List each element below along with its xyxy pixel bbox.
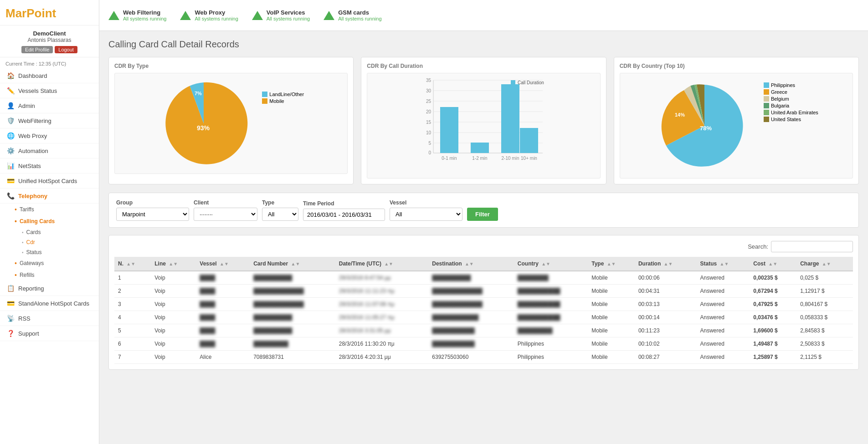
col-status[interactable]: Status ▲▼ [696,257,750,271]
sidebar-item-refills[interactable]: Refills [10,269,99,281]
table-cell: ██████████ [250,311,335,324]
search-label: Search: [748,243,768,250]
filter-type-label: Type [262,199,298,206]
sidebar-item-admin[interactable]: 👤 Admin [0,98,99,113]
current-time: Current Time : 12:35 (UTC) [0,57,99,68]
table-cell: ████████ [514,271,588,285]
sidebar-item-unified-hotspot-cards[interactable]: 💳 Unified HotSpot Cards [0,174,99,189]
filter-client-select[interactable]: ········ [194,208,257,221]
table-cell: ███████████ [514,285,588,298]
y-label-10: 10 [426,130,431,135]
bar-chart-svg: 35 30 25 20 15 [420,78,547,174]
sidebar-item-netstats[interactable]: 📊 NetStats [0,158,99,174]
col-card-number[interactable]: Card Number ▲▼ [250,257,335,271]
status-voip-services: VoIP Services All systems running [252,5,310,26]
col-datetime[interactable]: Date/Time (UTC) ▲▼ [335,257,429,271]
table-cell: █████████ [514,324,588,337]
col-n[interactable]: N. ▲▼ [114,257,151,271]
col-line[interactable]: Line ▲▼ [151,257,196,271]
web-filtering-title: Web Filtering [123,9,166,16]
filter-button[interactable]: Filter [467,208,498,221]
web-proxy-triangle-icon [180,11,191,20]
sidebar-item-cards[interactable]: Cards [17,227,99,237]
web-filtering-triangle-icon [108,11,119,20]
reporting-icon: 📋 [6,285,15,292]
table-row: 4Voip██████████████29/3/2016 11:05:27 πμ… [114,311,853,324]
table-cell: █████████████ [250,285,335,298]
table-cell: 0,058333 $ [796,311,853,324]
sidebar-item-telephony[interactable]: 📞 Telephony [0,189,99,204]
gateways-label: Gateways [20,260,44,266]
sidebar-item-label: RSS [18,315,31,322]
table-cell: 00:10:02 [635,337,697,351]
col-vessel[interactable]: Vessel ▲▼ [196,257,250,271]
table-cell: 00:00:06 [635,271,697,285]
filter-time-period-input[interactable] [303,209,385,221]
tariffs-label: Tariffs [20,206,34,213]
sidebar-item-web-proxy[interactable]: 🌐 Web Proxy [0,128,99,143]
sidebar-item-status[interactable]: Status [17,247,99,257]
gsm-title: GSM cards [338,9,381,16]
table-cell: 7089838731 [250,351,335,364]
table-cell: ██████████ [250,324,335,337]
voip-sub: All systems running [267,16,310,21]
sidebar-item-label: Unified HotSpot Cards [18,178,77,184]
table-row: 5Voip██████████████28/3/2016 3:31:05 μμ█… [114,324,853,337]
sidebar-item-calling-cards[interactable]: Calling Cards [10,215,99,227]
sidebar-item-dashboard[interactable]: 🏠 Dashboard [0,68,99,83]
legend-label-mobile: Mobile [269,98,284,104]
table-cell: 2 [114,285,151,298]
table-cell: ██████████ [250,271,335,285]
refills-label: Refills [20,272,35,278]
y-label-0: 0 [429,150,431,155]
legend-label-greece: Greece [771,89,787,95]
logout-button[interactable]: Logout [55,46,77,53]
table-cell: Voip [151,298,196,311]
cdr-label: Cdr [26,239,35,245]
col-charge[interactable]: Charge ▲▼ [796,257,853,271]
table-cell: Voip [151,324,196,337]
sidebar-item-cdr[interactable]: Cdr [17,237,99,247]
pie-segment-landline [165,82,247,164]
sidebar-item-reporting[interactable]: 📋 Reporting [0,281,99,296]
sidebar-item-vessels-status[interactable]: ✏️ Vessels Status [0,83,99,98]
filter-type-select[interactable]: All [262,208,298,221]
filter-group-select[interactable]: Marpoint [116,208,189,221]
table-cell: 00:00:14 [635,311,697,324]
table-cell: 2,1125 $ [796,351,853,364]
web-proxy-sub: All systems running [195,16,238,21]
content-area: Calling Card Call Detail Records CDR By … [99,31,868,444]
sidebar-item-gateways[interactable]: Gateways [10,257,99,269]
table-cell: 2,84583 $ [796,324,853,337]
sidebar-item-support[interactable]: ❓ Support [0,326,99,341]
chart-cdr-by-country: CDR By Country (Top 10) [614,57,859,184]
table-cell: 0,025 $ [796,271,853,285]
bar-chart-wrap: 35 30 25 20 15 [420,78,547,174]
voip-status-text: VoIP Services All systems running [267,9,310,21]
table-cell: ████ [196,271,250,285]
chart-duration-inner: 35 30 25 20 15 [367,73,600,179]
pie-label-7: 7% [195,91,202,96]
table-cell: 28/3/2016 4:20:31 μμ [335,351,429,364]
sidebar-item-label: WebFiltering [18,117,51,124]
table-cell: 1 [114,271,151,285]
legend-label-landline: LandLine/Other [269,92,304,97]
col-duration[interactable]: Duration ▲▼ [635,257,697,271]
col-destination[interactable]: Destination ▲▼ [428,257,514,271]
sidebar-item-tariffs[interactable]: Tariffs [10,204,99,215]
sidebar-item-rss[interactable]: 📡 RSS [0,311,99,326]
col-country[interactable]: Country ▲▼ [514,257,588,271]
status-label: Status [26,249,42,255]
table-cell: ███████████ [428,324,514,337]
sidebar-item-automation[interactable]: ⚙️ Automation [0,143,99,158]
chart-duration-title: CDR By Call Duration [367,63,600,69]
edit-profile-button[interactable]: Edit Profile [21,46,53,53]
filter-vessel-select[interactable]: All [390,208,462,221]
web-filtering-sub: All systems running [123,16,166,21]
legend-label-philippines: Philippines [771,82,795,88]
sidebar-item-standalone-hotspot-cards[interactable]: 💳 StandAlone HotSpot Cards [0,296,99,311]
sidebar-item-webfiltering[interactable]: 🛡️ WebFiltering [0,113,99,128]
col-type[interactable]: Type ▲▼ [588,257,635,271]
search-input[interactable] [771,241,853,252]
col-cost[interactable]: Cost ▲▼ [750,257,796,271]
